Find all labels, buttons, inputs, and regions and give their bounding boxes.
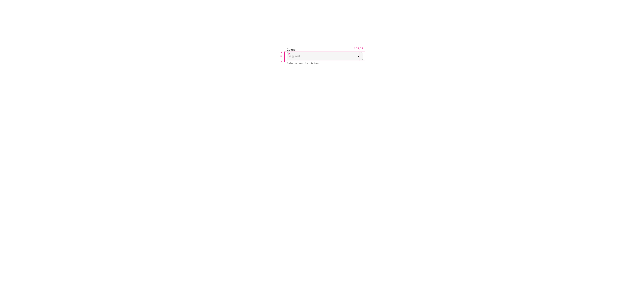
color-field: Colors e.g. red Select a color for this … [286,48,363,65]
spec-tick [356,49,356,50]
guide-line [356,52,356,61]
spec-tick [363,49,363,50]
guide-line [360,52,360,61]
guide-line [284,62,365,62]
spec-value-height-48: 48 [280,55,282,58]
combobox-placeholder: e.g. red [290,55,300,58]
spec-value-gap-8: 8 [281,60,282,63]
spec-tick [360,49,360,50]
spec-value-icon-16: 16 [356,47,359,49]
spec-tick [284,62,286,62]
spec-tick [287,56,289,56]
spec-value-gap-4: 4 [281,51,282,53]
spec-tick [284,52,286,52]
spec-value-gap-8-right: 8 [354,47,355,49]
spec-tick [289,56,290,57]
spec-value-left-pad-16: 16 [288,53,290,56]
spec-canvas: Colors e.g. red Select a color for this … [193,0,451,113]
guide-line [284,52,365,52]
field-helper-text: Select a color for this item [286,62,363,65]
field-label: Colors [286,48,363,52]
spec-value-right-pad-16: 16 [360,47,363,49]
color-combobox[interactable]: e.g. red [286,52,363,60]
